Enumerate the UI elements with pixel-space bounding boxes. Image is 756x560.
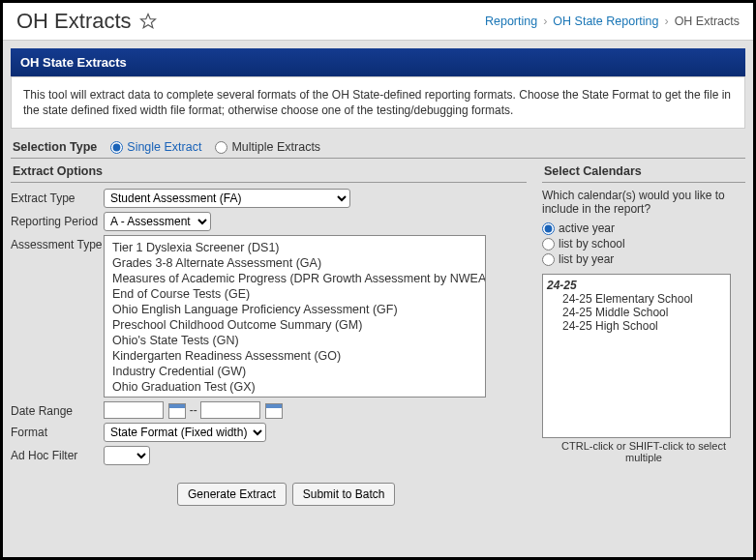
calendar-item[interactable]: 24-25 High School: [547, 319, 726, 333]
radio-list-by-school-input[interactable]: [542, 238, 555, 251]
radio-multiple-extracts-input[interactable]: [215, 141, 227, 154]
radio-list-by-school[interactable]: list by school: [542, 237, 745, 251]
calendar-group[interactable]: 24-25: [547, 279, 726, 292]
calendar-icon[interactable]: [168, 403, 186, 419]
radio-multiple-extracts-label: Multiple Extracts: [231, 140, 320, 154]
radio-list-by-year-label: list by year: [559, 252, 614, 266]
calendars-hint: CTRL-click or SHIFT-click to select mult…: [542, 440, 745, 463]
list-item[interactable]: End of Course Tests (GE): [106, 286, 483, 302]
assessment-type-listbox[interactable]: Tier 1 Dyslexia Screener (DS1) Grades 3-…: [104, 235, 486, 398]
page-title: OH Extracts: [16, 9, 132, 34]
reporting-period-select[interactable]: A - Assessment: [104, 212, 211, 231]
list-item[interactable]: Ohio English Language Proficiency Assess…: [106, 302, 483, 317]
generate-extract-button[interactable]: Generate Extract: [177, 483, 287, 506]
calendars-question: Which calendar(s) would you like to incl…: [542, 189, 745, 216]
adhoc-filter-label: Ad Hoc Filter: [11, 446, 104, 462]
calendar-item[interactable]: 24-25 Middle School: [547, 306, 726, 319]
list-item[interactable]: Tier 1 Dyslexia Screener (DS1): [106, 240, 483, 255]
format-select[interactable]: State Format (Fixed width): [104, 423, 266, 442]
breadcrumb: Reporting › OH State Reporting › OH Extr…: [485, 15, 740, 28]
submit-to-batch-button[interactable]: Submit to Batch: [292, 483, 396, 506]
list-item[interactable]: Preschool Childhood Outcome Summary (GM): [106, 317, 483, 333]
calendars-listbox[interactable]: 24-25 24-25 Elementary School 24-25 Midd…: [542, 274, 731, 438]
radio-active-year-input[interactable]: [542, 222, 555, 235]
radio-list-by-school-label: list by school: [559, 237, 625, 251]
select-calendars-title: Select Calendars: [542, 159, 745, 183]
breadcrumb-current: OH Extracts: [675, 15, 740, 28]
chevron-right-icon: ›: [543, 15, 547, 28]
list-item[interactable]: Kindergarten Readiness Assessment (GO): [106, 348, 483, 364]
calendar-item[interactable]: 24-25 Elementary School: [547, 292, 726, 306]
breadcrumb-link-state-reporting[interactable]: OH State Reporting: [553, 15, 658, 28]
radio-multiple-extracts[interactable]: Multiple Extracts: [215, 140, 320, 154]
date-range-end-input[interactable]: [200, 401, 260, 419]
assessment-type-label: Assessment Type: [11, 235, 104, 251]
list-item[interactable]: Ohio's State Tests (GN): [106, 333, 483, 348]
radio-single-extract-label: Single Extract: [127, 140, 201, 154]
format-label: Format: [11, 423, 104, 439]
radio-single-extract-input[interactable]: [110, 141, 123, 154]
extract-type-label: Extract Type: [11, 189, 104, 205]
selection-type-label: Selection Type: [13, 140, 97, 154]
star-icon[interactable]: [139, 13, 157, 30]
date-range-label: Date Range: [11, 401, 104, 418]
adhoc-filter-select[interactable]: [104, 446, 150, 465]
calendar-icon[interactable]: [265, 403, 283, 419]
list-item[interactable]: Ohio Graduation Test (GX): [106, 379, 483, 395]
radio-single-extract[interactable]: Single Extract: [110, 140, 201, 154]
radio-active-year-label: active year: [559, 221, 615, 235]
list-item[interactable]: Industry Credential (GW): [106, 364, 483, 379]
svg-marker-0: [140, 15, 155, 28]
date-range-separator: --: [190, 403, 197, 417]
reporting-period-label: Reporting Period: [11, 212, 104, 228]
extract-type-select[interactable]: Student Assessment (FA): [104, 189, 350, 208]
date-range-start-input[interactable]: [104, 401, 164, 419]
radio-list-by-year[interactable]: list by year: [542, 252, 745, 266]
section-band-title: OH State Extracts: [11, 48, 745, 76]
extract-options-title: Extract Options: [11, 159, 527, 183]
list-item[interactable]: Grades 3-8 Alternate Assessment (GA): [106, 255, 483, 271]
radio-list-by-year-input[interactable]: [542, 253, 555, 266]
info-text: This tool will extract data to complete …: [11, 76, 745, 129]
chevron-right-icon: ›: [664, 15, 668, 28]
list-item[interactable]: Measures of Academic Progress (DPR Growt…: [106, 271, 483, 286]
radio-active-year[interactable]: active year: [542, 221, 745, 235]
breadcrumb-link-reporting[interactable]: Reporting: [485, 15, 537, 28]
